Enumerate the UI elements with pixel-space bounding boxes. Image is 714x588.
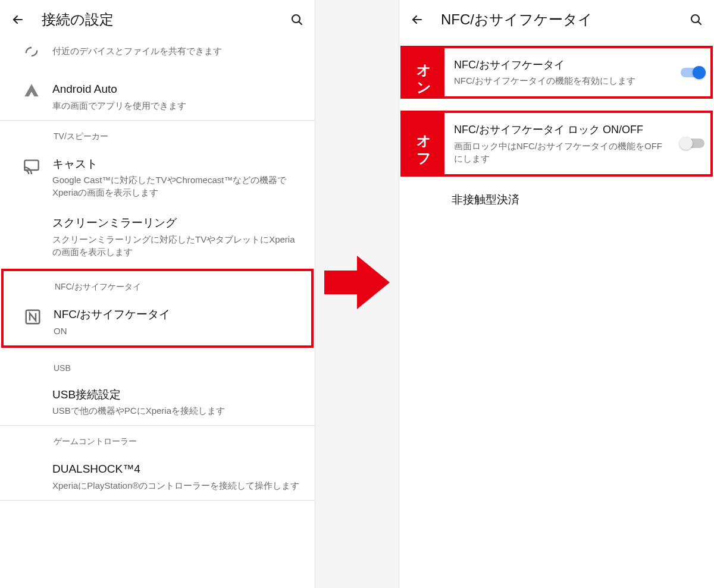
row-sub: 車の画面でアプリを使用できます bbox=[52, 99, 302, 112]
row-cast[interactable]: キャスト Google Cast™に対応したTVやChromecast™などの機… bbox=[0, 148, 315, 207]
badge-on: オン bbox=[403, 48, 444, 96]
row-sub: NFC/おサイフケータイの機能を有効にします bbox=[454, 74, 668, 87]
toggle-nfc-lock[interactable] bbox=[681, 139, 704, 148]
row-title: USB接続設定 bbox=[52, 387, 302, 403]
appbar-title: 接続の設定 bbox=[26, 10, 289, 29]
appbar-left: 接続の設定 bbox=[0, 0, 315, 39]
section-game-controller: ゲームコントローラー bbox=[0, 426, 315, 453]
row-title: DUALSHOCK™4 bbox=[52, 461, 302, 477]
row-sub: USBで他の機器やPCにXperiaを接続します bbox=[52, 404, 302, 417]
toggle-nfc-enable[interactable] bbox=[681, 68, 704, 77]
arrow-back-icon bbox=[410, 12, 424, 27]
row-title: NFC/おサイフケータイ bbox=[454, 58, 668, 72]
search-button[interactable] bbox=[289, 11, 305, 28]
back-button[interactable] bbox=[409, 11, 425, 28]
row-nfc[interactable]: NFC/おサイフケータイ ON bbox=[4, 298, 311, 345]
row-usb[interactable]: USB接続設定 USBで他の機器やPCにXperiaを接続します bbox=[0, 379, 315, 426]
row-sub: XperiaにPlayStation®のコントローラーを接続して操作します bbox=[52, 479, 302, 492]
section-nfc: NFC/おサイフケータイ bbox=[4, 271, 311, 298]
android-auto-icon bbox=[23, 83, 40, 99]
row-title: キャスト bbox=[52, 156, 302, 172]
phone-right: NFC/おサイフケータイ オン NFC/おサイフケータイ NFC/おサイフケータ… bbox=[399, 0, 714, 588]
row-sub: Google Cast™に対応したTVやChromecast™などの機器でXpe… bbox=[52, 174, 302, 199]
row-nfc-lock[interactable]: オフ NFC/おサイフケータイ ロック ON/OFF 画面ロック中はNFC/おサ… bbox=[403, 113, 710, 174]
divider bbox=[0, 500, 315, 501]
svg-rect-1 bbox=[24, 160, 38, 169]
nearby-share-icon bbox=[23, 43, 40, 60]
row-title: Android Auto bbox=[52, 81, 302, 97]
row-title: NFC/おサイフケータイ ロック ON/OFF bbox=[454, 122, 668, 137]
row-sub: スクリーンミラーリングに対応したTVやタブレットにXperiaの画面を表示します bbox=[52, 233, 302, 258]
row-title: 非接触型決済 bbox=[452, 192, 701, 207]
badge-off: オフ bbox=[403, 113, 444, 174]
search-button[interactable] bbox=[688, 11, 704, 28]
highlight-nfc-section: NFC/おサイフケータイ NFC/おサイフケータイ ON bbox=[1, 269, 314, 348]
arrow-right-icon bbox=[321, 250, 393, 315]
row-screen-mirroring[interactable]: スクリーンミラーリング スクリーンミラーリングに対応したTVやタブレットにXpe… bbox=[0, 207, 315, 266]
section-usb: USB bbox=[0, 348, 315, 379]
row-nearby-share[interactable]: 付近のデバイスとファイルを共有できます bbox=[0, 39, 315, 68]
section-tv-speaker: TV/スピーカー bbox=[0, 121, 315, 148]
arrow-annotation bbox=[321, 250, 393, 315]
row-sub: ON bbox=[54, 325, 298, 337]
back-button[interactable] bbox=[10, 11, 26, 28]
highlight-nfc-enable: オン NFC/おサイフケータイ NFC/おサイフケータイの機能を有効にします bbox=[400, 46, 713, 99]
search-icon bbox=[290, 12, 304, 27]
row-dualshock[interactable]: DUALSHOCK™4 XperiaにPlayStation®のコントローラーを… bbox=[0, 453, 315, 500]
row-sub: 付近のデバイスとファイルを共有できます bbox=[52, 45, 302, 57]
row-sub: 画面ロック中はNFC/おサイフケータイの機能をOFFにします bbox=[454, 140, 668, 165]
row-contactless-payment[interactable]: 非接触型決済 bbox=[399, 177, 714, 217]
highlight-nfc-lock: オフ NFC/おサイフケータイ ロック ON/OFF 画面ロック中はNFC/おサ… bbox=[400, 111, 713, 176]
row-title: スクリーンミラーリング bbox=[52, 215, 302, 231]
row-nfc-enable[interactable]: オン NFC/おサイフケータイ NFC/おサイフケータイの機能を有効にします bbox=[403, 48, 710, 96]
phone-left: 接続の設定 付近のデバイスとファイルを共有できます Android Auto 車… bbox=[0, 0, 315, 588]
appbar-right: NFC/おサイフケータイ bbox=[399, 0, 714, 39]
row-title: NFC/おサイフケータイ bbox=[54, 307, 298, 322]
cast-icon bbox=[23, 158, 40, 174]
search-icon bbox=[689, 12, 703, 27]
arrow-back-icon bbox=[11, 12, 25, 27]
appbar-title: NFC/おサイフケータイ bbox=[425, 10, 688, 29]
row-android-auto[interactable]: Android Auto 車の画面でアプリを使用できます bbox=[0, 68, 315, 120]
nfc-icon bbox=[24, 308, 42, 326]
